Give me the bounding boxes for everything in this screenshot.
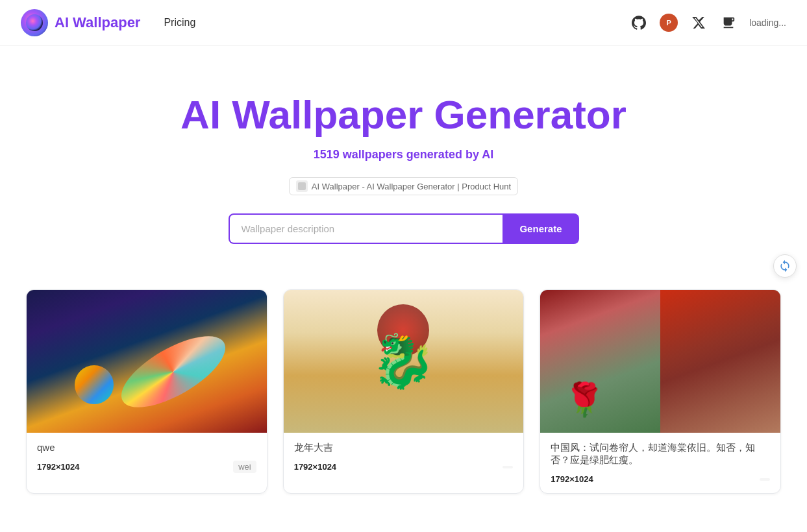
wallpaper-image-1 xyxy=(27,290,267,433)
logo-link[interactable]: AI Wallpaper xyxy=(21,9,140,36)
floating-refresh-button[interactable] xyxy=(773,254,797,278)
card-meta-1: 1792×1024 wei xyxy=(37,461,256,473)
card-info-2: 龙年大吉 1792×1024 xyxy=(284,433,524,481)
logo-text: AI Wallpaper xyxy=(55,14,140,31)
card-info-1: qwe 1792×1024 wei xyxy=(27,433,267,482)
wallpaper-image-2 xyxy=(284,290,524,433)
product-hunt-badge[interactable]: AI Wallpaper - AI Wallpaper Generator | … xyxy=(289,177,518,195)
card-dimensions-3: 1792×1024 xyxy=(551,474,593,484)
card-title-1: qwe xyxy=(37,442,256,453)
card-author-1: wei xyxy=(233,461,256,473)
github-icon[interactable] xyxy=(630,14,648,32)
product-hunt-icon[interactable]: P xyxy=(660,14,678,32)
card-meta-2: 1792×1024 xyxy=(294,462,514,472)
card-meta-3: 1792×1024 xyxy=(551,474,770,484)
card-dimensions-2: 1792×1024 xyxy=(294,462,336,472)
gallery-section: qwe 1792×1024 wei 龙年大吉 1792×1024 中国风：试问卷… xyxy=(0,270,807,513)
loading-status: loading... xyxy=(749,18,786,28)
header: AI Wallpaper Pricing P loading... xyxy=(0,0,807,46)
wallpaper-count: 1519 xyxy=(314,148,340,161)
logo-icon xyxy=(21,9,48,36)
card-dimensions-1: 1792×1024 xyxy=(37,462,79,472)
card-title-3: 中国风：试问卷帘人，却道海棠依旧。知否，知否？应是绿肥红瘦。 xyxy=(551,442,770,466)
search-area: Generate xyxy=(229,213,579,244)
gallery-card: qwe 1792×1024 wei xyxy=(26,289,267,494)
hero-title: AI Wallpaper Generator xyxy=(13,91,794,138)
svg-rect-1 xyxy=(298,182,306,190)
svg-point-0 xyxy=(26,14,43,31)
gallery-card: 龙年大吉 1792×1024 xyxy=(283,289,525,494)
badge-image xyxy=(296,180,308,192)
pricing-link[interactable]: Pricing xyxy=(164,17,195,28)
card-info-3: 中国风：试问卷帘人，却道海棠依旧。知否，知否？应是绿肥红瘦。 1792×1024 xyxy=(540,433,780,493)
hero-section: AI Wallpaper Generator 1519 wallpapers g… xyxy=(0,46,807,270)
gallery-card: 中国风：试问卷帘人，却道海棠依旧。知否，知否？应是绿肥红瘦。 1792×1024 xyxy=(540,289,781,494)
card-author-2 xyxy=(503,466,513,468)
hero-subtitle: 1519 wallpapers generated by AI xyxy=(13,148,794,162)
header-actions: P loading... xyxy=(630,14,786,32)
card-author-3 xyxy=(760,478,770,481)
hero-subtitle-text: wallpapers generated by AI xyxy=(340,148,493,161)
coffee-icon[interactable] xyxy=(719,14,738,32)
wallpaper-image-3 xyxy=(540,290,780,433)
twitter-x-icon[interactable] xyxy=(689,14,708,32)
generate-button[interactable]: Generate xyxy=(503,213,578,244)
wallpaper-description-input[interactable] xyxy=(229,213,503,244)
card-title-2: 龙年大吉 xyxy=(294,442,514,454)
badge-text: AI Wallpaper - AI Wallpaper Generator | … xyxy=(312,182,511,191)
main-nav: Pricing xyxy=(164,17,195,29)
